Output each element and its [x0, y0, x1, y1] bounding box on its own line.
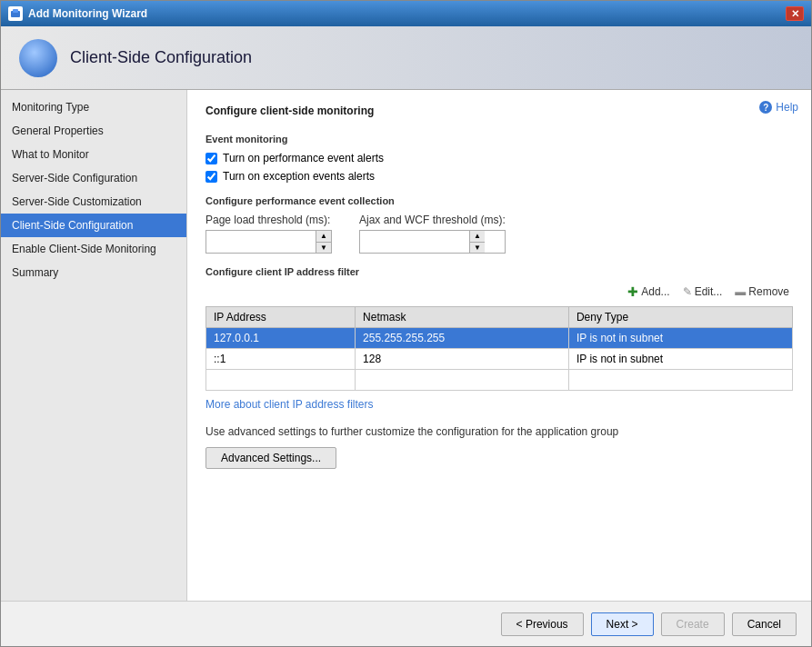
- add-button[interactable]: ✚ Add...: [624, 283, 673, 301]
- table-row-empty: [206, 370, 793, 391]
- sidebar-item-server-side-customization[interactable]: Server-Side Customization: [1, 190, 186, 214]
- ip-cell: 127.0.0.1: [206, 328, 356, 349]
- table-row[interactable]: 127.0.0.1 255.255.255.255 IP is not in s…: [206, 328, 793, 349]
- ajax-down-btn[interactable]: ▼: [470, 242, 485, 253]
- more-about-filters-link[interactable]: More about client IP address filters: [206, 398, 374, 411]
- add-icon: ✚: [627, 284, 638, 299]
- col-ip: IP Address: [206, 307, 356, 328]
- netmask-cell: 255.255.255.255: [356, 328, 569, 349]
- header-icon: [19, 39, 57, 77]
- sidebar-item-enable-client-side-monitoring[interactable]: Enable Client-Side Monitoring: [1, 237, 186, 261]
- next-button[interactable]: Next >: [591, 612, 654, 636]
- help-link[interactable]: ? Help: [759, 101, 798, 114]
- add-label: Add...: [641, 285, 669, 298]
- close-button[interactable]: ✕: [786, 6, 804, 21]
- ip-toolbar: ✚ Add... ✎ Edit... ▬ Remove: [206, 283, 793, 301]
- page-load-spinner-btns: ▲ ▼: [316, 231, 331, 253]
- sidebar-item-client-side-configuration[interactable]: Client-Side Configuration: [1, 214, 186, 237]
- checkbox-row-1: Turn on performance event alerts: [206, 152, 793, 164]
- page-load-spinner: 15000 ▲ ▼: [206, 230, 332, 254]
- help-icon: ?: [759, 101, 772, 114]
- performance-collection-title: Configure performance event collection: [206, 195, 793, 206]
- sidebar-item-summary[interactable]: Summary: [1, 261, 186, 284]
- col-deny-type: Deny Type: [568, 307, 792, 328]
- titlebar-icon: [8, 6, 23, 21]
- ajax-group: Ajax and WCF threshold (ms): 5000 ▲ ▼: [359, 214, 506, 254]
- ajax-spinner-btns: ▲ ▼: [469, 231, 485, 253]
- svg-rect-1: [13, 9, 18, 13]
- netmask-cell: 128: [356, 349, 569, 370]
- deny-type-cell: IP is not in subnet: [568, 349, 792, 370]
- ip-cell: ::1: [206, 349, 356, 370]
- titlebar: Add Monitoring Wizard ✕: [1, 1, 811, 26]
- deny-type-cell: IP is not in subnet: [568, 328, 792, 349]
- page-load-down-btn[interactable]: ▼: [316, 242, 331, 253]
- ajax-spinner: 5000 ▲ ▼: [359, 230, 506, 254]
- col-netmask: Netmask: [356, 307, 569, 328]
- table-row[interactable]: ::1 128 IP is not in subnet: [206, 349, 793, 370]
- sidebar-item-server-side-configuration[interactable]: Server-Side Configuration: [1, 166, 186, 190]
- sidebar-item-general-properties[interactable]: General Properties: [1, 119, 186, 143]
- remove-button[interactable]: ▬ Remove: [731, 283, 793, 301]
- checkbox-performance[interactable]: [206, 153, 217, 164]
- advanced-settings-button[interactable]: Advanced Settings...: [206, 447, 336, 469]
- titlebar-title: Add Monitoring Wizard: [28, 7, 786, 20]
- page-load-input[interactable]: 15000: [206, 231, 316, 253]
- footer: < Previous Next > Create Cancel: [1, 601, 811, 646]
- cancel-button[interactable]: Cancel: [732, 612, 797, 636]
- ajax-label: Ajax and WCF threshold (ms):: [359, 214, 506, 226]
- page-title: Configure client-side monitoring: [206, 105, 793, 121]
- event-monitoring-title: Event monitoring: [206, 134, 793, 144]
- previous-button[interactable]: < Previous: [501, 612, 584, 636]
- sidebar: Monitoring Type General Properties What …: [1, 90, 187, 601]
- checkbox-row-2: Turn on exception events alerts: [206, 170, 793, 183]
- remove-icon: ▬: [735, 285, 746, 298]
- page-load-group: Page load threshold (ms): 15000 ▲ ▼: [206, 214, 332, 254]
- checkbox-performance-label: Turn on performance event alerts: [223, 152, 384, 164]
- ip-filter-title: Configure client IP address filter: [206, 266, 793, 277]
- page-load-label: Page load threshold (ms):: [206, 214, 332, 226]
- create-button[interactable]: Create: [661, 612, 725, 636]
- sidebar-item-what-to-monitor[interactable]: What to Monitor: [1, 143, 186, 166]
- ajax-up-btn[interactable]: ▲: [470, 231, 485, 242]
- ajax-input[interactable]: 5000: [360, 231, 469, 253]
- edit-label: Edit...: [695, 285, 723, 298]
- page-load-up-btn[interactable]: ▲: [316, 231, 331, 242]
- main-area: Monitoring Type General Properties What …: [1, 90, 811, 601]
- help-label: Help: [776, 101, 798, 114]
- sidebar-item-monitoring-type[interactable]: Monitoring Type: [1, 95, 186, 119]
- ip-filter-section: Configure client IP address filter ✚ Add…: [206, 266, 793, 411]
- edit-button[interactable]: ✎ Edit...: [679, 283, 727, 301]
- content-area: ? Help Configure client-side monitoring …: [187, 90, 811, 601]
- header-title: Client-Side Configuration: [70, 48, 252, 67]
- form-row: Page load threshold (ms): 15000 ▲ ▼ Ajax…: [206, 214, 793, 254]
- ip-table: IP Address Netmask Deny Type 127.0.0.1 2…: [206, 306, 793, 391]
- edit-icon: ✎: [683, 285, 692, 298]
- advanced-desc: Use advanced settings to further customi…: [206, 425, 793, 438]
- header: Client-Side Configuration: [1, 26, 811, 90]
- checkbox-exception[interactable]: [206, 171, 217, 183]
- checkbox-exception-label: Turn on exception events alerts: [223, 170, 375, 183]
- advanced-section: Use advanced settings to further customi…: [206, 425, 793, 469]
- remove-label: Remove: [748, 285, 789, 298]
- main-window: Add Monitoring Wizard ✕ Client-Side Conf…: [0, 0, 812, 647]
